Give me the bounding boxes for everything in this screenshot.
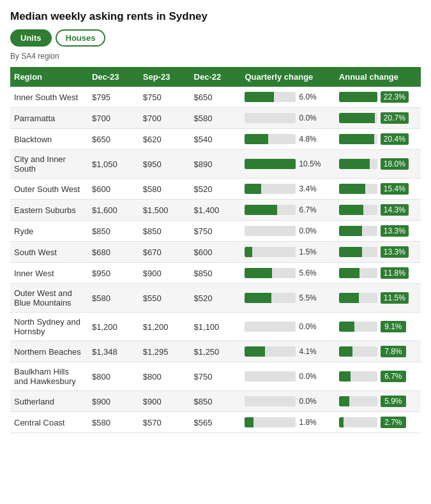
cell-quarterly: 1.8% bbox=[241, 412, 335, 433]
cell-dec23: $850 bbox=[88, 221, 139, 242]
table-header-row: Region Dec-23 Sep-23 Dec-22 Quarterly ch… bbox=[10, 67, 421, 87]
cell-quarterly: 0.0% bbox=[241, 362, 335, 391]
cell-annual: 13.3% bbox=[335, 242, 421, 263]
cell-dec23: $680 bbox=[88, 242, 139, 263]
table-row: Ryde$850$850$7500.0%13.3% bbox=[10, 221, 421, 242]
table-row: Sutherland$900$900$8500.0%5.9% bbox=[10, 391, 421, 412]
annual-label: 11.8% bbox=[381, 267, 409, 279]
cell-dec22: $750 bbox=[190, 221, 241, 242]
annual-label: 20.7% bbox=[381, 112, 409, 124]
cell-sep23: $670 bbox=[139, 242, 190, 263]
cell-annual: 9.1% bbox=[335, 313, 421, 341]
cell-annual: 7.8% bbox=[335, 341, 421, 362]
col-header-annual: Annual change bbox=[335, 67, 421, 87]
cell-sep23: $900 bbox=[139, 263, 190, 284]
cell-dec22: $1,400 bbox=[190, 200, 241, 221]
annual-label: 20.4% bbox=[381, 133, 409, 145]
col-header-dec23: Dec-23 bbox=[88, 67, 139, 87]
cell-dec22: $850 bbox=[190, 391, 241, 412]
quarterly-label: 1.5% bbox=[299, 248, 322, 256]
cell-quarterly: 10.5% bbox=[241, 150, 335, 179]
quarterly-label: 6.0% bbox=[299, 93, 322, 101]
cell-sep23: $700 bbox=[139, 108, 190, 129]
cell-sep23: $570 bbox=[139, 412, 190, 433]
cell-dec22: $565 bbox=[190, 412, 241, 433]
cell-annual: 2.7% bbox=[335, 412, 421, 433]
cell-annual: 11.8% bbox=[335, 263, 421, 284]
cell-dec23: $1,200 bbox=[88, 313, 139, 341]
cell-region: Baulkham Hills and Hawkesbury bbox=[10, 362, 88, 391]
cell-annual: 18.0% bbox=[335, 150, 421, 179]
table-row: Inner West$950$900$8505.6%11.8% bbox=[10, 263, 421, 284]
quarterly-label: 1.8% bbox=[299, 418, 322, 427]
quarterly-label: 3.4% bbox=[299, 184, 322, 193]
cell-quarterly: 5.5% bbox=[241, 284, 335, 313]
cell-quarterly: 5.6% bbox=[241, 263, 335, 284]
rents-table: Region Dec-23 Sep-23 Dec-22 Quarterly ch… bbox=[10, 67, 421, 433]
page-title: Median weekly asking rents in Sydney bbox=[10, 10, 421, 23]
cell-dec22: $520 bbox=[190, 179, 241, 200]
cell-dec22: $520 bbox=[190, 284, 241, 313]
quarterly-label: 4.1% bbox=[299, 347, 322, 356]
cell-dec22: $850 bbox=[190, 263, 241, 284]
annual-label: 14.3% bbox=[381, 204, 409, 216]
quarterly-label: 5.5% bbox=[299, 293, 322, 302]
table-row: City and Inner South$1,050$950$89010.5%1… bbox=[10, 150, 421, 179]
cell-dec23: $580 bbox=[88, 412, 139, 433]
cell-region: Inner West bbox=[10, 263, 88, 284]
cell-dec23: $1,600 bbox=[88, 200, 139, 221]
cell-region: Outer West and Blue Mountains bbox=[10, 284, 88, 313]
cell-region: Outer South West bbox=[10, 179, 88, 200]
cell-dec22: $540 bbox=[190, 129, 241, 150]
quarterly-label: 5.6% bbox=[299, 269, 322, 278]
cell-dec23: $950 bbox=[88, 263, 139, 284]
cell-region: Central Coast bbox=[10, 412, 88, 433]
cell-annual: 6.7% bbox=[335, 362, 421, 391]
cell-quarterly: 3.4% bbox=[241, 179, 335, 200]
table-row: Inner South West$795$750$6506.0%22.3% bbox=[10, 87, 421, 108]
table-row: North Sydney and Hornsby$1,200$1,200$1,1… bbox=[10, 313, 421, 341]
table-row: Parramatta$700$700$5800.0%20.7% bbox=[10, 108, 421, 129]
table-row: Northern Beaches$1,348$1,295$1,2504.1%7.… bbox=[10, 341, 421, 362]
quarterly-label: 6.7% bbox=[299, 205, 322, 214]
tab-houses[interactable]: Houses bbox=[56, 29, 106, 47]
cell-quarterly: 0.0% bbox=[241, 221, 335, 242]
cell-region: Parramatta bbox=[10, 108, 88, 129]
annual-label: 11.5% bbox=[381, 292, 409, 304]
cell-dec23: $650 bbox=[88, 129, 139, 150]
cell-dec22: $1,250 bbox=[190, 341, 241, 362]
cell-region: Sutherland bbox=[10, 391, 88, 412]
quarterly-label: 0.0% bbox=[299, 397, 322, 406]
quarterly-label: 4.8% bbox=[299, 135, 322, 144]
cell-sep23: $550 bbox=[139, 284, 190, 313]
cell-region: Blacktown bbox=[10, 129, 88, 150]
cell-quarterly: 6.7% bbox=[241, 200, 335, 221]
cell-quarterly: 4.1% bbox=[241, 341, 335, 362]
tab-units[interactable]: Units bbox=[10, 29, 52, 47]
annual-label: 18.0% bbox=[381, 158, 409, 170]
cell-quarterly: 6.0% bbox=[241, 87, 335, 108]
cell-annual: 22.3% bbox=[335, 87, 421, 108]
cell-dec22: $580 bbox=[190, 108, 241, 129]
col-header-sep23: Sep-23 bbox=[139, 67, 190, 87]
cell-sep23: $1,295 bbox=[139, 341, 190, 362]
cell-dec22: $1,100 bbox=[190, 313, 241, 341]
cell-dec22: $650 bbox=[190, 87, 241, 108]
cell-sep23: $950 bbox=[139, 150, 190, 179]
table-row: Outer South West$600$580$5203.4%15.4% bbox=[10, 179, 421, 200]
cell-annual: 20.7% bbox=[335, 108, 421, 129]
cell-quarterly: 0.0% bbox=[241, 313, 335, 341]
cell-quarterly: 0.0% bbox=[241, 391, 335, 412]
annual-label: 2.7% bbox=[381, 417, 406, 428]
cell-annual: 14.3% bbox=[335, 200, 421, 221]
table-row: Outer West and Blue Mountains$580$550$52… bbox=[10, 284, 421, 313]
cell-dec22: $750 bbox=[190, 362, 241, 391]
cell-region: Ryde bbox=[10, 221, 88, 242]
annual-label: 13.3% bbox=[381, 225, 409, 237]
annual-label: 15.4% bbox=[381, 183, 409, 195]
cell-region: Inner South West bbox=[10, 87, 88, 108]
cell-quarterly: 1.5% bbox=[241, 242, 335, 263]
cell-region: South West bbox=[10, 242, 88, 263]
table-row: South West$680$670$6001.5%13.3% bbox=[10, 242, 421, 263]
toggle-group: Units Houses bbox=[10, 29, 421, 47]
